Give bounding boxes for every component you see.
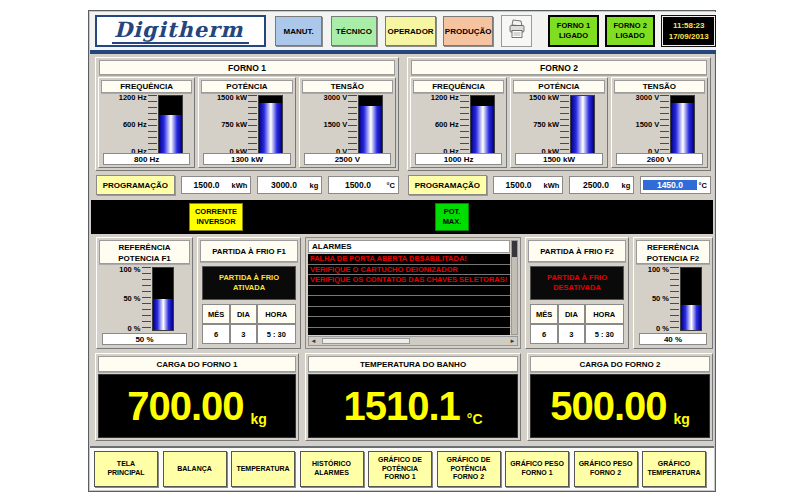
nav-balanca-button[interactable]: BALANÇA <box>163 451 227 487</box>
partida-f1-schedule: MÊS DIA HORA 6 3 5 : 30 <box>202 304 296 344</box>
gauge-title: TENSÃO <box>302 80 393 93</box>
display-unit: kg <box>674 411 690 427</box>
bottom-nav-bar: TELAPRINCIPAL BALANÇA TEMPERATURA HISTÓR… <box>90 446 714 490</box>
forno2-energy-field[interactable]: 1500.0 kWh <box>493 176 564 194</box>
unit-label: kg <box>309 181 321 190</box>
alarms-panel: ALARMES FALHA DE PORTA ABERTA DESABILITA… <box>305 237 521 349</box>
gauge-title: FREQUÊNCIA <box>413 80 504 93</box>
gauge-ticks <box>660 95 669 154</box>
referencia-potencia-f1-panel: REFERÊNCIA POTENCIA F1 100 % 50 % 0 % 50… <box>96 237 193 349</box>
printer-icon <box>507 19 527 43</box>
dia-value[interactable]: 3 <box>558 324 584 344</box>
forno2-frequencia-gauge: FREQUÊNCIA 1200 Hz 600 Hz 0 Hz 1000 Hz <box>410 77 507 168</box>
col-header: HORA <box>257 304 296 324</box>
alarm-item[interactable]: FALHA DE PORTA ABERTA DESABILITADA! <box>308 254 510 265</box>
display-title: CARGA DO FORNO 2 <box>530 356 710 372</box>
gauge-value: 1000 Hz <box>415 153 502 165</box>
forno1-energy-field[interactable]: 1500.0 kWh <box>181 176 252 194</box>
mes-value[interactable]: 6 <box>530 324 558 344</box>
manut-button[interactable]: MANUT. <box>275 16 322 46</box>
alarms-vertical-scrollbar[interactable] <box>511 240 518 335</box>
scroll-right-icon[interactable]: ► <box>508 338 517 344</box>
partida-frio-f2-panel: PARTIDA À FRIO F2 PARTIDA À FRIO DESATIV… <box>525 237 629 349</box>
gauge-value: 2600 V <box>616 153 703 165</box>
scrollbar-thumb[interactable] <box>322 338 410 344</box>
forno1-panel: FORNO 1 FREQUÊNCIA 1200 Hz 600 Hz 0 Hz 8… <box>95 57 399 171</box>
alarm-item[interactable]: VERIFIQUE O CARTUCHO DEIONIZADOR <box>308 265 510 276</box>
nav-grafico-peso-forno2-button[interactable]: GRÁFICO PESOFORNO 2 <box>574 451 638 487</box>
gauge-bar <box>470 95 495 154</box>
nav-grafico-temperatura-button[interactable]: GRÁFICOTEMPERATURA <box>642 451 706 487</box>
nav-grafico-potencia-forno1-button[interactable]: GRÁFICO DEPOTÊNCIAFORNO 1 <box>368 451 432 487</box>
nav-temperatura-button[interactable]: TEMPERATURA <box>231 451 295 487</box>
partida-f2-schedule: MÊS DIA HORA 6 3 5 : 30 <box>530 304 624 344</box>
panel-title: PARTIDA À FRIO F1 <box>200 240 298 262</box>
forno1-tensao-gauge: TENSÃO 3000 V 1500 V 0 V 2500 V <box>299 77 396 168</box>
panel-title: PARTIDA À FRIO F2 <box>528 240 626 262</box>
print-button[interactable] <box>501 15 532 47</box>
col-header: HORA <box>585 304 624 324</box>
gauge-title: FREQUÊNCIA <box>101 80 192 93</box>
display-title: TEMPERATURA DO BANHO <box>308 356 518 372</box>
dia-value[interactable]: 3 <box>230 324 256 344</box>
forno1-potencia-gauge: POTÊNCIA 1500 kW 750 kW 0 kW 1300 kW <box>198 77 295 168</box>
gauge-bar <box>680 267 702 331</box>
display-value: 500.00 <box>550 386 666 426</box>
alarms-horizontal-scrollbar[interactable]: ◄ ► <box>308 336 518 346</box>
partida-f2-status: PARTIDA À FRIO DESATIVADA <box>530 266 624 300</box>
forno2-programacao-row: PROGRAMAÇÃO 1500.0 kWh 2500.0 kg 1450.0 … <box>407 173 711 197</box>
gauge-ticks <box>560 95 569 154</box>
display-unit: kg <box>251 411 267 427</box>
partida-f1-status: PARTIDA À FRIO ATIVADA <box>202 266 296 300</box>
gauge-scale: 1200 Hz 600 Hz 0 Hz <box>423 95 460 154</box>
hora-value[interactable]: 5 : 30 <box>585 324 624 344</box>
nav-tela-principal-button[interactable]: TELAPRINCIPAL <box>94 451 158 487</box>
forno1-temperature-field[interactable]: 1500.0 °C <box>328 176 399 194</box>
nav-grafico-peso-forno1-button[interactable]: GRÁFICO PESOFORNO 1 <box>505 451 569 487</box>
gauge-scale: 100 % 50 % 0 % <box>116 267 142 331</box>
forno1-weight-field[interactable]: 3000.0 kg <box>257 176 322 194</box>
gauge-ticks <box>248 95 257 154</box>
gauge-title: POTÊNCIA <box>201 80 292 93</box>
display-screen: 700.00 kg <box>98 374 296 438</box>
gauge-ticks <box>142 267 151 331</box>
gauge-ticks <box>460 95 469 154</box>
mes-value[interactable]: 6 <box>202 324 230 344</box>
forno1-programacao-row: PROGRAMAÇÃO 1500.0 kWh 3000.0 kg 1500.0 … <box>95 173 399 197</box>
forno1-title: FORNO 1 <box>99 60 395 75</box>
alarm-item[interactable]: VERIFIQUE OS CONTATOS DAS CHAVES SELETOR… <box>308 275 510 286</box>
top-bar: Digitherm MANUT. TÉCNICO OPERADOR PRODUÇ… <box>90 12 716 54</box>
referencia-potencia-f2-panel: REFERÊNCIA POTENCIA F2 100 % 50 % 0 % 40… <box>633 237 713 349</box>
scrollbar-thumb[interactable] <box>512 241 517 257</box>
unit-label: °C <box>387 181 398 190</box>
producao-button[interactable]: PRODUÇÃO <box>443 16 493 46</box>
gauge-value: 1500 kW <box>515 153 602 165</box>
forno1-programacao-button[interactable]: PROGRAMAÇÃO <box>96 175 175 195</box>
gauge-scale: 3000 V 1500 V 0 V <box>623 95 660 154</box>
gauge-value: 800 Hz <box>103 153 190 165</box>
forno2-temperature-field[interactable]: 1450.0 °C <box>640 176 711 194</box>
gauge-scale: 1200 Hz 600 Hz 0 Hz <box>111 95 148 154</box>
hora-value[interactable]: 5 : 30 <box>257 324 296 344</box>
temperatura-banho-display: TEMPERATURA DO BANHO 1510.1 °C <box>305 353 521 441</box>
col-header: DIA <box>230 304 256 324</box>
display-screen: 1510.1 °C <box>308 374 518 438</box>
display-title: CARGA DO FORNO 1 <box>98 356 296 372</box>
panel-title: REFERÊNCIA POTENCIA F2 <box>636 240 710 264</box>
forno2-programacao-button[interactable]: PROGRAMAÇÃO <box>408 175 487 195</box>
clock-time: 11:58:23 <box>662 20 715 31</box>
tecnico-button[interactable]: TÉCNICO <box>331 16 377 46</box>
scroll-left-icon[interactable]: ◄ <box>309 338 318 344</box>
pot-max-indicator: POT. MAX. <box>435 203 469 231</box>
nav-historico-alarmes-button[interactable]: HISTÓRICOALARMES <box>300 451 364 487</box>
forno1-status-indicator: FORNO 1 LIGADO <box>548 15 599 47</box>
nav-grafico-potencia-forno2-button[interactable]: GRÁFICO DEPOTÊNCIAFORNO 2 <box>437 451 501 487</box>
operador-button[interactable]: OPERADOR <box>385 16 437 46</box>
alarm-item-empty <box>308 286 510 297</box>
gauge-scale: 100 % 50 % 0 % <box>644 267 670 331</box>
forno2-weight-field[interactable]: 2500.0 kg <box>569 176 634 194</box>
alarm-item-empty <box>308 307 510 318</box>
forno2-status-indicator: FORNO 2 LIGADO <box>605 15 656 47</box>
gauge-bar <box>670 95 695 154</box>
unit-label: kWh <box>232 181 251 190</box>
